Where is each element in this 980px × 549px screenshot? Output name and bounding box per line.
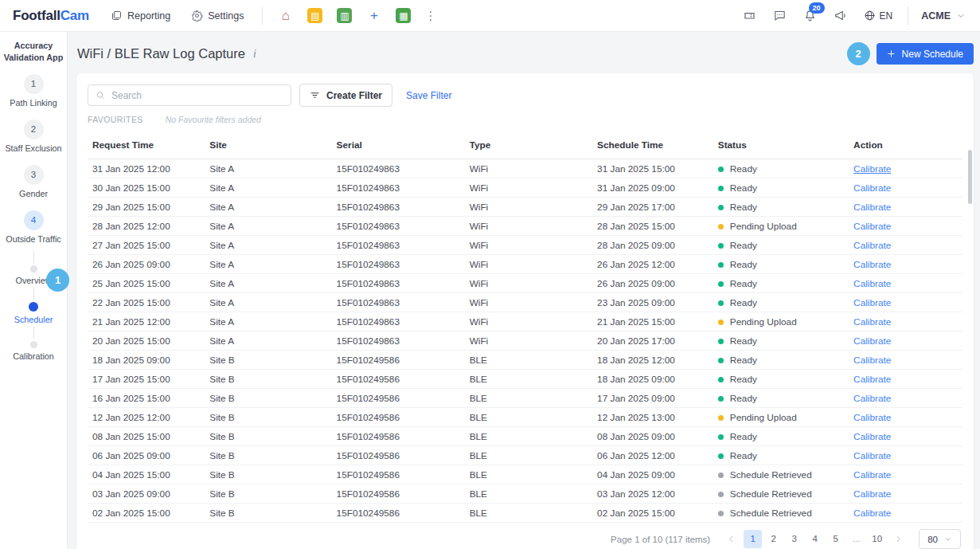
favourites-row: FAVOURITES No Favourite filters added [76, 107, 974, 131]
sidebar-step-gender[interactable]: 3 Gender [0, 165, 67, 199]
shell: Accuracy Validation App 1 Path Linking 2… [0, 32, 980, 549]
schedule-time-cell: 23 Jan 2025 09:00 [592, 293, 713, 312]
schedule-time-cell: 04 Jan 2025 09:00 [592, 465, 713, 484]
calibrate-link[interactable]: Calibrate [853, 221, 891, 232]
serial-cell: 15F010249863 [332, 198, 465, 217]
calibrate-link[interactable]: Calibrate [853, 335, 891, 347]
schedule-time-cell: 02 Jan 2025 15:00 [592, 504, 713, 523]
footfallcam-logo[interactable]: FootfallCam [13, 8, 89, 24]
language-selector[interactable]: EN [864, 10, 893, 22]
status-cell: Pending Upload [713, 217, 849, 236]
schedule-time-cell: 31 Jan 2025 15:00 [592, 159, 713, 178]
table-row: 31 Jan 2025 12:00Site A15F010249863WiFi3… [88, 159, 962, 178]
next-page-chevron-icon[interactable] [888, 535, 908, 543]
report-app-icon[interactable]: ▥ [337, 8, 352, 23]
info-icon[interactable]: i [253, 48, 256, 61]
calibrate-link[interactable]: Calibrate [853, 182, 891, 194]
analytics-app-icon[interactable]: ▤ [307, 8, 322, 23]
page-number[interactable]: 5 [826, 530, 845, 548]
calibrate-link[interactable]: Calibrate [853, 278, 891, 289]
page-number[interactable]: 1 [744, 530, 762, 548]
type-cell: BLE [465, 446, 592, 465]
status-dot-icon [718, 339, 724, 344]
chat-icon[interactable] [773, 9, 787, 22]
header-actions: 2 New Schedule [847, 42, 974, 65]
sidebar-step-outside-traffic[interactable]: 4 Outside Traffic [0, 210, 67, 245]
page-number[interactable]: 2 [764, 530, 783, 548]
filter-bar: Create Filter Save Filter [76, 73, 974, 107]
sidebar-substep-scheduler[interactable]: Scheduler [0, 302, 67, 324]
page-number[interactable]: 4 [806, 530, 824, 548]
status-label: Ready [730, 335, 757, 347]
request-time-cell: 30 Jan 2025 15:00 [88, 178, 205, 198]
calibrate-link[interactable]: Calibrate [853, 297, 891, 308]
more-apps-kebab-icon[interactable]: ⋮ [418, 9, 443, 23]
calibrate-link[interactable]: Calibrate [853, 450, 891, 461]
sidebar-step-staff-exclusion[interactable]: 2 Staff Exclusion [0, 120, 67, 154]
calendar-app-icon[interactable]: ▦ [396, 8, 411, 23]
site-cell: Site A [205, 159, 331, 178]
report-window-icon [111, 10, 123, 22]
status-label: Ready [730, 431, 757, 442]
page-size-select[interactable]: 80 [919, 529, 961, 549]
sidebar-substep-calibration[interactable]: Calibration [0, 341, 67, 361]
calibrate-link[interactable]: Calibrate [853, 412, 891, 423]
prev-page-chevron-icon[interactable] [721, 535, 741, 543]
ticket-icon[interactable] [743, 9, 756, 22]
step-label: Path Linking [0, 98, 67, 108]
people-counting-app-icon[interactable]: + [366, 8, 381, 23]
sidebar-app-title: Accuracy Validation App [0, 40, 67, 63]
schedule-time-cell: 28 Jan 2025 09:00 [592, 236, 713, 255]
page-size-value: 80 [927, 535, 938, 544]
account-menu[interactable]: ACME [908, 6, 966, 25]
status-dot-icon [718, 358, 724, 363]
calibrate-link[interactable]: Calibrate [853, 393, 891, 404]
nav-settings[interactable]: Settings [181, 0, 254, 32]
type-cell: WiFi [465, 178, 592, 198]
calibrate-link[interactable]: Calibrate [853, 259, 891, 270]
table-row: 27 Jan 2025 15:00Site A15F010249863WiFi2… [88, 236, 962, 255]
notifications-bell-icon[interactable]: 20 [803, 9, 817, 22]
language-label: EN [880, 10, 893, 22]
create-filter-button[interactable]: Create Filter [299, 84, 392, 107]
request-time-cell: 28 Jan 2025 12:00 [88, 217, 205, 236]
request-time-cell: 27 Jan 2025 15:00 [88, 236, 205, 255]
calibrate-link[interactable]: Calibrate [853, 374, 891, 385]
status-dot-icon [718, 243, 724, 249]
page-number[interactable]: 3 [785, 530, 803, 548]
calibrate-link[interactable]: Calibrate [853, 431, 891, 442]
request-time-cell: 26 Jan 2025 09:00 [88, 255, 205, 274]
calibrate-link[interactable]: Calibrate [853, 508, 891, 519]
action-cell: Calibrate [849, 255, 962, 274]
type-cell: WiFi [465, 293, 592, 312]
col-status: Status [713, 132, 849, 159]
step-connector-line [33, 251, 34, 263]
search-input[interactable] [110, 89, 283, 102]
calibrate-link[interactable]: Calibrate [853, 355, 891, 366]
serial-cell: 15F010249863 [332, 217, 465, 236]
site-cell: Site B [205, 504, 331, 523]
request-time-cell: 06 Jan 2025 09:00 [88, 446, 205, 465]
page-number[interactable]: 10 [868, 530, 886, 548]
sidebar-step-path-linking[interactable]: 1 Path Linking [0, 74, 67, 108]
action-cell: Calibrate [849, 446, 962, 465]
calibrate-link[interactable]: Calibrate [853, 202, 891, 213]
status-dot-icon [718, 167, 724, 172]
status-label: Ready [730, 393, 757, 404]
store-app-icon[interactable]: ⌂ [278, 8, 293, 23]
new-schedule-button[interactable]: New Schedule [877, 43, 974, 65]
calibrate-link[interactable]: Calibrate [853, 469, 891, 480]
status-cell: Pending Upload [713, 312, 849, 331]
substep-label: Scheduler [0, 315, 67, 324]
announcements-megaphone-icon[interactable] [834, 9, 847, 22]
status-label: Schedule Retrieved [730, 488, 812, 500]
save-filter-link[interactable]: Save Filter [406, 90, 451, 101]
calibrate-link[interactable]: Calibrate [853, 488, 891, 500]
schedule-time-cell: 21 Jan 2025 15:00 [592, 312, 713, 331]
vertical-scrollbar-thumb[interactable] [968, 150, 972, 204]
status-cell: Ready [713, 427, 849, 446]
calibrate-link[interactable]: Calibrate [853, 163, 891, 175]
nav-reporting[interactable]: Reporting [100, 0, 181, 32]
calibrate-link[interactable]: Calibrate [853, 316, 891, 327]
calibrate-link[interactable]: Calibrate [853, 240, 891, 251]
